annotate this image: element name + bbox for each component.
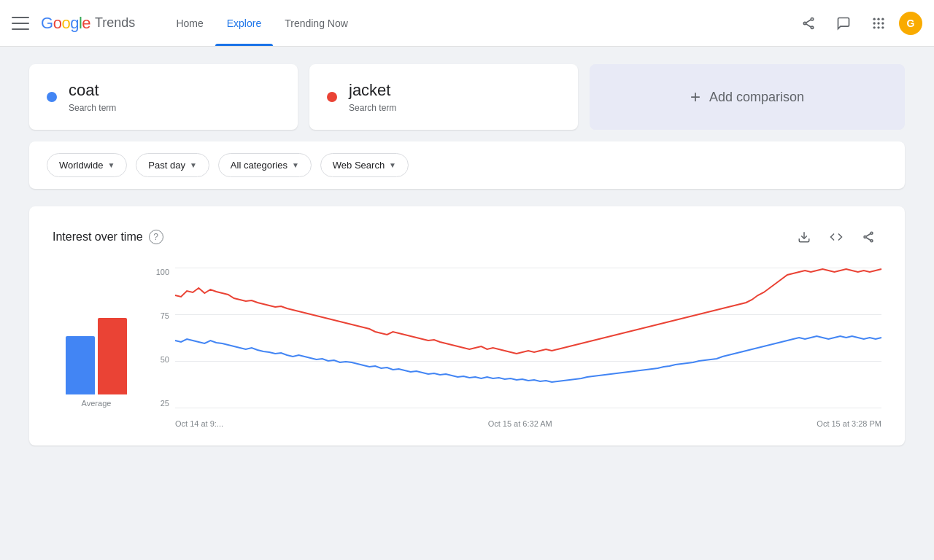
chart-plot	[175, 268, 881, 408]
filters-row: Worldwide ▼ Past day ▼ All categories ▼ …	[29, 141, 905, 189]
svg-point-17	[871, 240, 873, 242]
svg-line-18	[866, 234, 871, 237]
y-label-50: 50	[161, 355, 169, 364]
svg-point-1	[803, 22, 806, 24]
embed-btn[interactable]	[823, 224, 849, 250]
average-label: Average	[82, 399, 112, 408]
help-icon[interactable]: ?	[149, 230, 163, 244]
location-filter[interactable]: Worldwide ▼	[47, 153, 127, 177]
logo-google-text: Google	[41, 14, 90, 33]
chart-title: Interest over time	[53, 230, 143, 244]
jacket-type: Search term	[349, 103, 560, 113]
search-term-jacket[interactable]: jacket Search term	[309, 64, 578, 130]
y-axis: 100 75 50 25	[146, 268, 175, 408]
jacket-name: jacket	[349, 81, 560, 100]
jacket-info: jacket Search term	[349, 81, 560, 113]
chart-svg	[175, 268, 881, 408]
average-bar-chart: Average	[53, 268, 140, 428]
chart-section: Interest over time ?	[29, 206, 905, 446]
chart-area: Average 100 75 50 25	[53, 268, 881, 428]
svg-point-7	[881, 18, 884, 20]
coat-name: coat	[69, 81, 280, 100]
svg-point-15	[871, 232, 873, 234]
search-term-coat[interactable]: coat Search term	[29, 64, 298, 130]
coat-dot	[47, 92, 57, 102]
line-chart-container: 100 75 50 25	[146, 268, 881, 428]
bar-chart-bars	[66, 300, 127, 394]
svg-point-0	[811, 18, 813, 20]
svg-line-4	[806, 23, 811, 26]
logo[interactable]: Google Trends	[41, 14, 135, 33]
add-icon: +	[690, 87, 700, 107]
search-terms-row: coat Search term jacket Search term + Ad…	[29, 64, 905, 130]
y-label-25: 25	[161, 399, 169, 408]
y-label-100: 100	[156, 268, 169, 276]
chart-title-row: Interest over time ?	[53, 230, 163, 244]
svg-point-6	[877, 18, 879, 20]
feedback-icon-btn[interactable]	[829, 9, 858, 38]
svg-point-2	[811, 26, 813, 28]
chart-header: Interest over time ?	[53, 224, 881, 250]
coat-info: coat Search term	[69, 81, 280, 113]
category-chevron: ▼	[292, 161, 299, 169]
x-label-start: Oct 14 at 9:...	[175, 419, 223, 428]
chart-share-btn[interactable]	[855, 224, 881, 250]
coat-line	[175, 336, 881, 382]
time-filter[interactable]: Past day ▼	[136, 153, 209, 177]
svg-point-8	[873, 22, 876, 24]
jacket-dot	[327, 92, 337, 102]
menu-icon[interactable]	[12, 15, 29, 32]
category-filter[interactable]: All categories ▼	[218, 153, 312, 177]
bar-red	[98, 318, 127, 394]
svg-point-9	[877, 22, 879, 24]
svg-line-3	[806, 20, 811, 23]
svg-point-13	[881, 26, 884, 28]
svg-point-11	[873, 26, 876, 28]
apps-icon-btn[interactable]	[864, 9, 893, 38]
header: Google Trends Home Explore Trending Now	[0, 0, 934, 47]
download-btn[interactable]	[791, 224, 817, 250]
time-chevron: ▼	[190, 161, 197, 169]
share-icon-btn[interactable]	[794, 9, 823, 38]
coat-type: Search term	[69, 103, 280, 113]
svg-line-19	[866, 238, 871, 241]
nav-trending[interactable]: Trending Now	[273, 0, 360, 46]
main-nav: Home Explore Trending Now	[164, 0, 359, 46]
x-axis: Oct 14 at 9:... Oct 15 at 6:32 AM Oct 15…	[175, 415, 881, 428]
svg-point-12	[877, 26, 879, 28]
svg-point-16	[864, 236, 866, 238]
svg-point-5	[873, 18, 876, 20]
logo-trends-text: Trends	[95, 15, 135, 31]
avatar[interactable]: G	[899, 12, 922, 35]
nav-explore[interactable]: Explore	[215, 0, 273, 46]
line-chart-main: 100 75 50 25	[140, 268, 881, 428]
nav-home[interactable]: Home	[164, 0, 215, 46]
y-label-75: 75	[161, 311, 169, 320]
svg-point-10	[881, 22, 884, 24]
add-comparison-label: Add comparison	[709, 90, 804, 105]
add-comparison-card[interactable]: + Add comparison	[590, 64, 905, 130]
bar-blue	[66, 336, 95, 394]
header-actions: G	[794, 9, 922, 38]
location-chevron: ▼	[107, 161, 115, 169]
search-type-chevron: ▼	[389, 161, 396, 169]
chart-actions	[791, 224, 881, 250]
search-type-filter[interactable]: Web Search ▼	[320, 153, 409, 177]
jacket-line	[175, 269, 881, 354]
main-content: coat Search term jacket Search term + Ad…	[0, 47, 934, 463]
grid-line-25	[175, 408, 881, 408]
x-label-end: Oct 15 at 3:28 PM	[817, 419, 881, 428]
x-label-mid: Oct 15 at 6:32 AM	[488, 419, 552, 428]
